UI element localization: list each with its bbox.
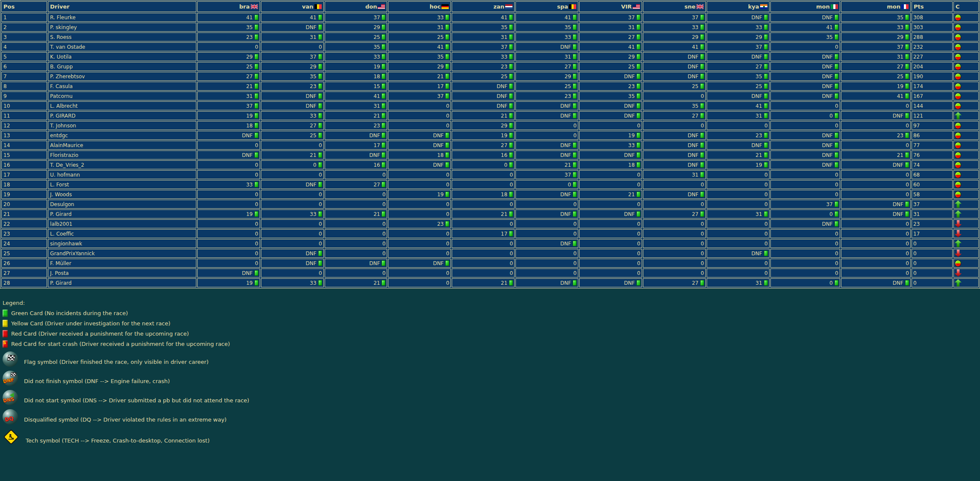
green-card-icon — [509, 133, 513, 138]
race-result-cell: 0 — [261, 160, 324, 169]
race-result-value: 0 — [573, 133, 577, 139]
race-result-cell: DNF — [261, 259, 324, 268]
green-card-icon — [573, 211, 577, 217]
race-result-cell: 25 — [707, 82, 770, 91]
green-card-icon — [382, 162, 385, 168]
race-result-value: DNF — [893, 280, 903, 286]
flag-it-icon — [831, 4, 838, 9]
race-result-value: 41 — [755, 103, 762, 109]
race-result-value: 27 — [897, 64, 903, 70]
green-card-icon — [445, 162, 449, 168]
race-result-cell: 23 — [515, 91, 578, 100]
race-result-cell: 18 — [452, 190, 515, 199]
status-equal-icon — [955, 142, 961, 149]
race-label: kya — [748, 3, 759, 10]
icon-label: DQ — [4, 415, 14, 422]
race-result-value: 19 — [246, 280, 252, 286]
race-result-cell: DNF — [388, 259, 451, 268]
race-result-cell: 0 — [388, 180, 451, 189]
race-result-value: 0 — [573, 270, 577, 276]
card-status-cell — [953, 269, 979, 277]
race-result-cell: 18 — [388, 150, 451, 159]
race-result-cell: DNF — [325, 150, 388, 159]
race-result-cell: 31 — [707, 111, 770, 120]
race-result-value: 41 — [437, 44, 444, 50]
green-card-icon — [255, 123, 258, 128]
rank-up-icon — [955, 112, 962, 119]
race-result-cell: 33 — [452, 52, 515, 61]
green-card-icon — [255, 113, 258, 118]
green-card-icon — [835, 133, 838, 138]
race-result-value: 29 — [310, 64, 316, 70]
points-cell: 60 — [912, 180, 953, 189]
race-result-value: 41 — [501, 15, 507, 21]
table-row: 21P. Girard193321021DNFDNF27310DNF31 — [1, 210, 979, 218]
race-result-cell: 21 — [261, 150, 324, 159]
status-equal-icon — [955, 103, 961, 109]
green-card-icon — [382, 123, 385, 128]
card-status-cell — [953, 13, 979, 22]
race-result-value: 0 — [573, 260, 577, 266]
race-result-value: 0 — [255, 251, 258, 257]
race-result-value: 19 — [373, 64, 380, 70]
green-card-icon — [382, 24, 385, 30]
race-result-value: 35 — [373, 44, 380, 50]
race-result-cell: 25 — [515, 82, 578, 91]
green-card-icon — [637, 113, 640, 118]
legend-tech-icon — [3, 428, 20, 446]
race-result-value: 0 — [906, 103, 909, 109]
card-status-cell — [953, 219, 979, 228]
race-result-value: 33 — [437, 15, 444, 21]
driver-name-cell: P. Girard — [48, 278, 196, 287]
race-result-value: 18 — [373, 74, 380, 80]
race-result-cell: 0 — [452, 269, 515, 277]
race-result-value: 18 — [437, 152, 444, 158]
status-equal-icon — [955, 93, 961, 100]
green-card-icon — [509, 103, 513, 109]
race-result-value: 0 — [829, 280, 833, 286]
legend-item-text: Did not start symbol (DNS --> Driver sub… — [24, 397, 249, 405]
green-card-icon — [318, 64, 322, 69]
race-result-cell: 0 — [841, 101, 911, 110]
race-result-value: DNF — [560, 103, 571, 109]
race-result-cell: DNF — [770, 160, 840, 169]
race-result-cell: 41 — [388, 42, 451, 51]
race-result-cell: 0 — [770, 278, 840, 287]
race-result-value: 25 — [755, 83, 762, 89]
race-result-cell: DNF — [515, 141, 578, 150]
race-result-cell: DNF — [261, 249, 324, 258]
race-result-cell: 0 — [841, 239, 911, 248]
driver-name-cell: F. Casula — [48, 82, 196, 91]
race-result-value: 41 — [246, 15, 252, 21]
race-result-cell: DNF — [770, 91, 840, 100]
race-result-value: DNF — [624, 103, 635, 109]
legend-card-red-icon — [3, 330, 8, 337]
green-card-icon — [573, 34, 577, 40]
position-cell: 3 — [1, 32, 47, 41]
status-equal-icon — [955, 260, 961, 267]
race-result-cell: 0 — [707, 170, 770, 179]
race-result-value: 19 — [246, 113, 252, 119]
race-result-cell: 0 — [197, 229, 260, 238]
green-card-icon — [509, 123, 513, 128]
race-result-value: 0 — [382, 221, 386, 227]
race-result-value: 27 — [373, 182, 380, 188]
card-status-cell — [953, 42, 979, 51]
race-result-value: 29 — [373, 24, 380, 30]
green-card-icon — [637, 211, 640, 217]
race-result-value: DNF — [893, 162, 903, 168]
legend-card-red-s-icon: S — [3, 340, 8, 348]
race-result-cell: DNF — [841, 111, 911, 120]
race-result-cell: 0 — [841, 259, 911, 268]
table-row: 5K. Uotila29373335333129DNFDNFDNF31227 — [1, 52, 979, 61]
green-card-icon — [835, 211, 838, 217]
card-status-cell — [953, 239, 979, 248]
race-result-value: 0 — [829, 211, 833, 217]
race-result-cell: 29 — [261, 62, 324, 71]
race-result-cell: 0 — [388, 200, 451, 209]
race-result-cell: 0 — [452, 259, 515, 268]
position-cell: 5 — [1, 52, 47, 61]
race-result-cell: 0 — [325, 200, 388, 209]
race-result-value: DNF — [560, 113, 571, 119]
race-result-cell: DNF — [643, 52, 706, 61]
